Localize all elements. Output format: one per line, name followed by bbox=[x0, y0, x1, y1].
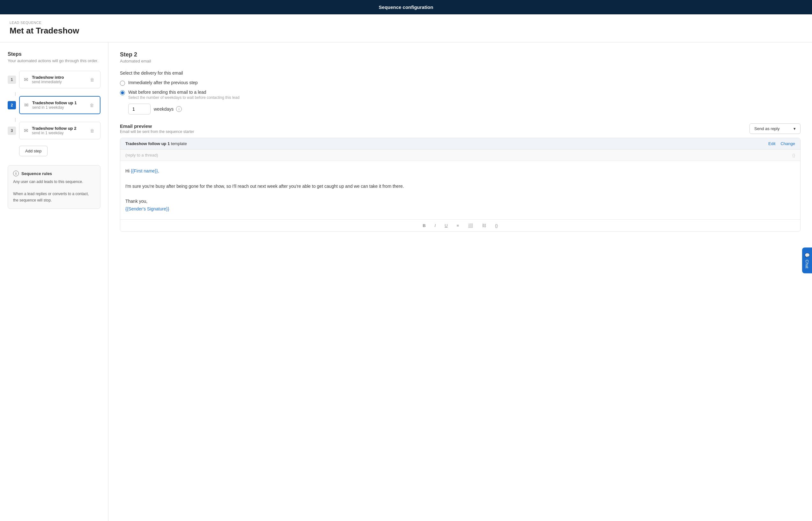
delivery-title: Select the delivery for this email bbox=[120, 70, 800, 75]
email-thanks: Thank you, bbox=[125, 198, 795, 205]
left-panel: Steps Your automated actions will go thr… bbox=[0, 42, 109, 521]
step-type: Automated email bbox=[120, 59, 800, 64]
step-card-content-2: Tradeshow follow up 1 send in 1 weekday bbox=[32, 100, 88, 110]
page-header: LEAD SEQUENCE Met at Tradeshow bbox=[0, 14, 812, 42]
underline-button[interactable]: U bbox=[443, 222, 449, 229]
weekdays-label: weekdays bbox=[154, 107, 174, 112]
step-card-3[interactable]: ✉ Tradeshow follow up 2 send in 1 weekda… bbox=[19, 122, 100, 139]
step-number-2: 2 bbox=[8, 101, 16, 109]
top-header: Sequence configuration bbox=[0, 0, 812, 14]
template-edit-link[interactable]: Edit bbox=[768, 141, 775, 146]
rules-title: Sequence rules bbox=[21, 171, 52, 176]
steps-subtitle: Your automated actions will go through t… bbox=[8, 58, 100, 63]
email-preview-bar: Tradeshow follow up 1 template Edit Chan… bbox=[120, 138, 800, 150]
template-change-link[interactable]: Change bbox=[781, 141, 795, 146]
weekdays-row: weekdays i bbox=[128, 104, 800, 114]
right-panel: Step 2 Automated email Select the delive… bbox=[109, 42, 812, 521]
weekdays-info-icon[interactable]: i bbox=[176, 106, 182, 112]
template-braces-icon: {} bbox=[792, 153, 795, 158]
thread-placeholder: (reply to a thread) bbox=[125, 153, 158, 158]
email-preview-title: Email preview bbox=[120, 123, 194, 129]
step-sub-1: send immediately bbox=[32, 80, 89, 84]
step-sub-2: send in 1 weekday bbox=[32, 105, 88, 110]
step-row-3: 3 ✉ Tradeshow follow up 2 send in 1 week… bbox=[8, 122, 100, 139]
email-body: Hi {{First name}}, I'm sure you're busy … bbox=[120, 161, 800, 219]
radio-wait-label: Wait before sending this email to a lead bbox=[128, 90, 240, 95]
step-heading: Step 2 bbox=[120, 51, 800, 58]
radio-wait[interactable]: Wait before sending this email to a lead… bbox=[120, 90, 800, 100]
steps-title: Steps bbox=[8, 51, 100, 57]
radio-wait-input[interactable] bbox=[120, 90, 125, 95]
step-row-1: 1 ✉ Tradeshow intro send immediately 🗑 bbox=[8, 71, 100, 88]
italic-button[interactable]: I bbox=[433, 222, 438, 229]
breadcrumb: LEAD SEQUENCE bbox=[9, 21, 803, 25]
step-card-1[interactable]: ✉ Tradeshow intro send immediately 🗑 bbox=[19, 71, 100, 88]
step-card-2[interactable]: ✉ Tradeshow follow up 1 send in 1 weekda… bbox=[19, 96, 100, 114]
radio-immediately-input[interactable] bbox=[120, 81, 125, 86]
bold-button[interactable]: B bbox=[421, 222, 427, 229]
first-name-variable: {{First name}}, bbox=[131, 168, 159, 174]
chat-widget[interactable]: 💬 Chat bbox=[802, 247, 812, 273]
send-as-reply-dropdown[interactable]: Send as reply ▾ bbox=[749, 123, 800, 134]
radio-wait-sublabel: Select the number of weekdays to wait be… bbox=[128, 95, 240, 100]
chevron-down-icon: ▾ bbox=[793, 126, 796, 131]
info-icon: i bbox=[13, 171, 19, 176]
email-greeting: Hi {{First name}}, bbox=[125, 167, 795, 175]
step-name-1: Tradeshow intro bbox=[32, 75, 89, 80]
radio-immediately[interactable]: Immediately after the previous step bbox=[120, 80, 800, 86]
link-button[interactable]: ⛓ bbox=[480, 222, 488, 229]
code-button[interactable]: {} bbox=[493, 222, 500, 229]
step-number-1: 1 bbox=[8, 75, 16, 84]
step-row-2: 2 ✉ Tradeshow follow up 1 send in 1 week… bbox=[8, 96, 100, 114]
step-name-2: Tradeshow follow up 1 bbox=[32, 100, 88, 105]
chat-icon: 💬 bbox=[805, 252, 809, 258]
header-title: Sequence configuration bbox=[379, 4, 433, 10]
email-icon-2: ✉ bbox=[24, 102, 28, 108]
chat-label: Chat bbox=[805, 259, 809, 268]
email-preview-subtitle: Email will be sent from the sequence sta… bbox=[120, 130, 194, 134]
radio-immediately-label: Immediately after the previous step bbox=[128, 80, 198, 85]
step-connector-1 bbox=[15, 92, 16, 96]
send-as-reply-label: Send as reply bbox=[754, 126, 780, 131]
email-toolbar: B I U ≡ ⬜ ⛓ {} bbox=[120, 219, 800, 231]
email-preview-section: Email preview Email will be sent from th… bbox=[120, 123, 800, 232]
signature-variable: {{Sender's Signature}} bbox=[125, 205, 795, 213]
delete-step-3[interactable]: 🗑 bbox=[89, 127, 96, 135]
step-card-content-3: Tradeshow follow up 2 send in 1 weekday bbox=[32, 126, 89, 135]
step-sub-3: send in 1 weekday bbox=[32, 131, 89, 135]
page-title: Met at Tradeshow bbox=[9, 26, 803, 36]
main-layout: Steps Your automated actions will go thr… bbox=[0, 42, 812, 521]
email-icon-1: ✉ bbox=[24, 76, 28, 83]
email-preview-header: Email preview Email will be sent from th… bbox=[120, 123, 800, 134]
list-button[interactable]: ≡ bbox=[455, 222, 461, 229]
sequence-rules: i Sequence rules Any user can add leads … bbox=[8, 165, 100, 209]
template-name: Tradeshow follow up 1 template bbox=[125, 141, 187, 146]
email-preview-title-block: Email preview Email will be sent from th… bbox=[120, 123, 194, 134]
email-thread-row: (reply to a thread) {} bbox=[120, 150, 800, 161]
step-name-3: Tradeshow follow up 2 bbox=[32, 126, 89, 131]
delete-step-2[interactable]: 🗑 bbox=[88, 101, 95, 109]
email-icon-3: ✉ bbox=[24, 128, 28, 134]
template-actions: Edit Change bbox=[768, 141, 795, 146]
image-button[interactable]: ⬜ bbox=[466, 222, 475, 229]
step-number-3: 3 bbox=[8, 127, 16, 135]
step-connector-2 bbox=[15, 118, 16, 122]
email-paragraph: I'm sure you're busy after being gone fo… bbox=[125, 183, 795, 190]
email-preview-card: Tradeshow follow up 1 template Edit Chan… bbox=[120, 138, 800, 232]
delete-step-1[interactable]: 🗑 bbox=[89, 76, 96, 84]
rules-header: i Sequence rules bbox=[13, 171, 95, 176]
rules-text-1: Any user can add leads to this sequence.… bbox=[13, 179, 95, 203]
add-step-button[interactable]: Add step bbox=[19, 146, 47, 156]
weekdays-input[interactable] bbox=[128, 104, 151, 114]
steps-list: 1 ✉ Tradeshow intro send immediately 🗑 2… bbox=[8, 71, 100, 139]
step-card-content-1: Tradeshow intro send immediately bbox=[32, 75, 89, 84]
